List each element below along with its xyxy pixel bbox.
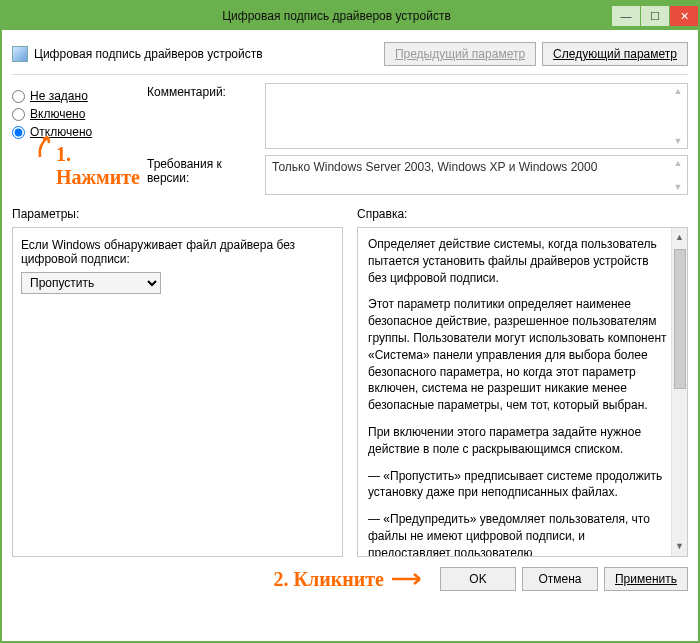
radio-not-configured[interactable]: Не задано: [12, 89, 137, 103]
scrollbar-stub: ▲▼: [671, 86, 685, 146]
cancel-button[interactable]: Отмена: [522, 567, 598, 591]
scrollbar-stub: ▲▼: [671, 158, 685, 192]
requirements-value: Только Windows Server 2003, Windows XP и…: [272, 160, 597, 174]
action-dropdown[interactable]: Пропустить: [21, 272, 161, 294]
scroll-up-icon[interactable]: ▲: [675, 228, 684, 247]
ok-button[interactable]: OK: [440, 567, 516, 591]
next-param-button[interactable]: Следующий параметр: [542, 42, 688, 66]
help-p5: — «Предупредить» уведомляет пользователя…: [368, 511, 669, 557]
arrow-icon: [390, 571, 426, 587]
comment-field[interactable]: ▲▼: [265, 83, 688, 149]
help-title: Справка:: [357, 207, 688, 221]
comment-label: Комментарий:: [147, 83, 257, 99]
params-title: Параметры:: [12, 207, 343, 221]
apply-button[interactable]: Применить: [604, 567, 688, 591]
policy-icon: [12, 46, 28, 62]
requirements-field: Только Windows Server 2003, Windows XP и…: [265, 155, 688, 195]
params-box: Если Windows обнаруживает файл драйвера …: [12, 227, 343, 557]
radio-enabled[interactable]: Включено: [12, 107, 137, 121]
radio-disabled-input[interactable]: [12, 126, 25, 139]
help-scrollbar[interactable]: ▲ ▼: [671, 228, 687, 556]
radio-enabled-label: Включено: [30, 107, 85, 121]
help-p2: Этот параметр политики определяет наимен…: [368, 296, 669, 414]
scroll-down-icon[interactable]: ▼: [675, 537, 684, 556]
title-bar: Цифровая подпись драйверов устройств — ☐…: [2, 2, 698, 30]
radio-enabled-input[interactable]: [12, 108, 25, 121]
radio-disabled[interactable]: Отключено: [12, 125, 137, 139]
maximize-button[interactable]: ☐: [641, 6, 669, 26]
close-button[interactable]: ✕: [670, 6, 698, 26]
annotation-step2: 2. Кликните: [273, 568, 426, 591]
radio-not-configured-input[interactable]: [12, 90, 25, 103]
window-title: Цифровая подпись драйверов устройств: [62, 9, 611, 23]
annotation-step1: 1. Нажмите: [30, 141, 137, 171]
help-p1: Определяет действие системы, когда польз…: [368, 236, 669, 286]
help-box: Определяет действие системы, когда польз…: [357, 227, 688, 557]
scroll-thumb[interactable]: [674, 249, 686, 389]
radio-not-configured-label: Не задано: [30, 89, 88, 103]
window-buttons: — ☐ ✕: [611, 6, 698, 26]
page-header: Цифровая подпись драйверов устройств: [34, 47, 263, 61]
requirements-label: Требования к версии:: [147, 155, 257, 185]
prev-param-button[interactable]: Предыдущий параметр: [384, 42, 536, 66]
help-p3: При включении этого параметра задайте ну…: [368, 424, 669, 458]
help-p4: — «Пропустить» предписывает системе прод…: [368, 468, 669, 502]
params-prompt: Если Windows обнаруживает файл драйвера …: [21, 238, 334, 266]
minimize-button[interactable]: —: [612, 6, 640, 26]
